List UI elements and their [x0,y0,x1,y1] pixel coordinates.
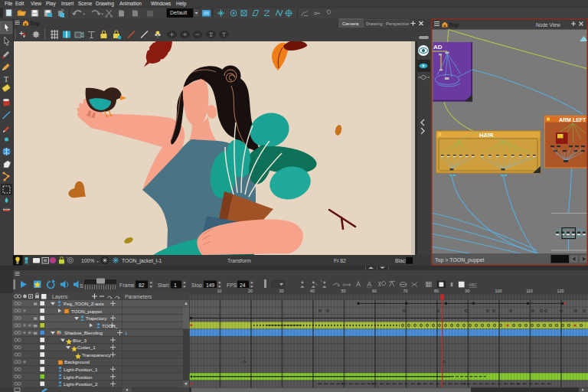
svg-text:AD: AD [433,44,443,51]
svg-text:82: 82 [139,282,145,287]
svg-text:50: 50 [341,289,346,293]
svg-text:Fr 82: Fr 82 [334,258,346,263]
svg-text:Peg_TOON_Z-axis: Peg_TOON_Z-axis [64,301,104,306]
svg-text:TOON_puppet: TOON_puppet [71,309,102,314]
svg-text:Background: Background [64,359,90,364]
svg-text:ARM LEFT: ARM LEFT [559,117,586,122]
svg-text:Transform: Transform [227,258,251,263]
svg-text:Light-Position_2: Light-Position_2 [64,381,98,387]
svg-text:Camera: Camera [342,21,359,26]
svg-text:149: 149 [206,282,215,287]
svg-text:Node View: Node View [536,22,560,28]
svg-text:Top > TOON_puppet: Top > TOON_puppet [435,257,485,263]
svg-text:Perspective: Perspective [386,21,409,26]
svg-text:80: 80 [434,289,439,293]
svg-text:Stop: Stop [191,282,202,288]
svg-text:Cutter_1: Cutter_1 [77,345,96,350]
svg-text:24: 24 [240,282,246,287]
svg-text:100: 100 [495,289,502,293]
svg-text:120: 120 [557,289,564,293]
svg-text:Shadow_Blending: Shadow_Blending [64,330,103,335]
svg-text:90: 90 [466,289,470,293]
svg-text:Blur_3: Blur_3 [73,338,87,343]
svg-text:Parameters: Parameters [125,294,152,299]
svg-text:Trajectory: Trajectory [86,315,107,321]
svg-text:Top: Top [30,20,41,27]
svg-text:Frame: Frame [119,282,135,287]
svg-text:40: 40 [310,289,315,293]
svg-text:10: 10 [217,289,222,293]
svg-text:Light-Position: Light-Position [64,374,93,380]
svg-text:Default: Default [170,10,187,15]
svg-text:T: T [4,75,8,83]
svg-text:1: 1 [174,282,177,287]
svg-text:20: 20 [248,289,253,293]
svg-text:30: 30 [279,289,284,293]
svg-text:Start: Start [158,282,168,287]
svg-text:60: 60 [372,289,377,293]
svg-text:FPS: FPS [227,282,237,287]
svg-text:100%: 100% [81,258,94,263]
svg-text:Light-Position_1: Light-Position_1 [64,367,98,372]
svg-text:Transparency: Transparency [82,352,112,358]
svg-text:110: 110 [526,289,533,293]
svg-text:Layers: Layers [52,294,68,300]
svg-text:70: 70 [403,289,408,293]
svg-text:Drawing: Drawing [366,21,382,26]
svg-text:Top: Top [449,21,459,28]
svg-text:ABC: ABC [469,283,477,287]
svg-text:TOON_jacket_l-1: TOON_jacket_l-1 [122,258,162,264]
